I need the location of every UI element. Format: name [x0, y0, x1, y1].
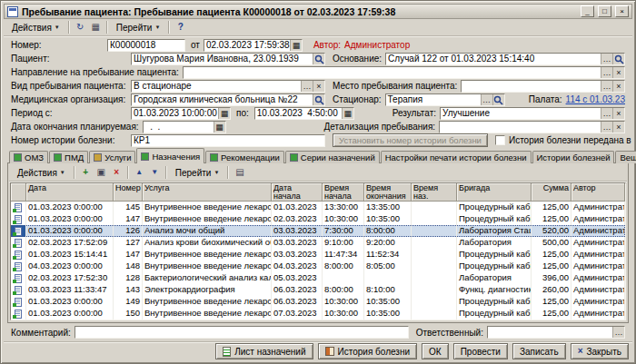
basis-select-button[interactable]: … [601, 54, 612, 64]
cell-sum: 125,00 [532, 296, 571, 308]
cell-author: Администратор [571, 237, 625, 249]
table-row[interactable]: 02.03.2023 17:52:30128Бактериологический… [11, 272, 625, 284]
table-row[interactable]: 01.03.2023 0:00:00126Анализ мочи общий03… [11, 225, 625, 237]
hospital-field[interactable]: Терапия … [385, 93, 505, 106]
table-row[interactable]: 01.03.2023 0:00:00149Внутривенное введен… [11, 296, 625, 308]
author-value: Администратор [344, 40, 410, 50]
cell-manual-time [412, 202, 457, 213]
post-button[interactable]: Провести [453, 343, 508, 359]
case-history-button[interactable]: История болезни [318, 343, 418, 359]
history-number-value: КР1 [132, 135, 324, 146]
actions-menu-button[interactable]: Действия ▼ [6, 20, 65, 34]
cell-end-time: 11:52:34 [364, 249, 412, 261]
organization-open-button[interactable] [313, 94, 324, 105]
maximize-button[interactable]: □ [598, 5, 611, 17]
patient-open-button[interactable] [313, 54, 324, 64]
period-from-field[interactable]: 01.03.2023 10:00:00 ▦ [131, 107, 231, 120]
prescription-list-button[interactable]: Лист назначений [215, 343, 313, 359]
row-marker-cell [11, 225, 26, 237]
cell-author: Администратор [571, 202, 625, 213]
result-clear-button[interactable]: × [612, 108, 624, 119]
patient-field[interactable]: Шугурова Мария Ивановна, 23.09.1939 [131, 53, 325, 65]
minimize-button[interactable]: _ [581, 5, 594, 17]
delete-row-button[interactable]: × [109, 165, 124, 180]
referral-clear-button[interactable]: × [612, 67, 624, 78]
table-row[interactable]: 02.03.2023 17:52:09127Анализ крови биохи… [11, 237, 625, 249]
save-button[interactable]: Записать [512, 343, 566, 359]
table-actions-menu-button[interactable]: Действия ▼ [12, 165, 71, 180]
tab-omz[interactable]: ОМЗ [9, 151, 48, 163]
tab-veshchi-pacientov[interactable]: Вещи пациентов [615, 151, 636, 163]
referral-select-button[interactable]: … [601, 67, 612, 78]
help-button[interactable]: ? [173, 20, 188, 34]
goto-menu-button[interactable]: Перейти ▼ [111, 20, 166, 34]
table-row[interactable]: 01.03.2023 0:00:00147Внутривенное введен… [11, 213, 625, 225]
end-date-field[interactable]: . . ▦ [143, 121, 226, 133]
stay-type-clear-button[interactable]: × [313, 81, 324, 92]
referral-field[interactable]: … × [183, 66, 625, 79]
table-row[interactable]: 01.03.2023 0:00:00145Внутривенное введен… [11, 202, 625, 213]
responsible-select-button[interactable]: … [612, 327, 624, 338]
table-row[interactable]: 04.03.2023 0:00:00148Внутривенное введен… [11, 261, 625, 272]
period-to-field[interactable]: 10.03.2023 4:50:00 ▦ [254, 107, 354, 120]
ward-link[interactable]: 114 с 01.03.23 [566, 94, 625, 104]
result-select-button[interactable]: … [601, 108, 612, 119]
move-up-button[interactable]: ▲ [132, 165, 147, 180]
document-date-value: 02.03.2023 17:59:38 [204, 40, 290, 51]
move-down-button[interactable]: ▼ [147, 165, 163, 180]
number-field[interactable]: К00000018 [107, 39, 185, 52]
table-row[interactable]: 01.03.2023 0:00:00150Внутривенное введен… [11, 308, 625, 320]
document-date-field[interactable]: 02.03.2023 17:59:38 ▦ [204, 39, 303, 52]
toolbar-separator [106, 21, 108, 34]
period-from-calendar-button[interactable]: ▦ [218, 108, 230, 119]
table-row[interactable]: 03.03.2023 11:33:47143Электрокардиографи… [11, 284, 625, 296]
toolbar-separator [74, 166, 75, 179]
table-row[interactable]: 01.03.2023 15:14:41147Внутривенное введе… [11, 249, 625, 261]
close-form-button[interactable]: × Закрыть [571, 343, 629, 359]
column-header-team: Бригада [457, 183, 532, 202]
stay-type-select-button[interactable]: … [301, 81, 313, 92]
tab-pmd[interactable]: ПМД [49, 151, 88, 163]
stay-type-field[interactable]: В стационаре … × [131, 80, 325, 93]
tab-rekomendacii[interactable]: Рекомендации [205, 151, 284, 163]
end-date-calendar-button[interactable]: ▦ [214, 122, 225, 133]
responsible-field[interactable]: … [487, 326, 625, 339]
stay-place-clear-button[interactable]: × [612, 81, 624, 92]
hospital-label: Стационар: [333, 94, 382, 104]
detail-field[interactable]: … × [439, 121, 625, 133]
stay-place-select-button[interactable]: … [601, 81, 612, 92]
structure-button[interactable]: ▦ [88, 20, 104, 34]
basis-open-button[interactable] [612, 54, 624, 64]
cell-start-time: 8:00:00 [323, 284, 364, 296]
close-button[interactable]: × [615, 5, 629, 17]
hospital-open-button[interactable] [492, 94, 504, 105]
period-to-label: по: [236, 108, 249, 118]
toolbar-separator [127, 166, 129, 179]
set-history-number-button[interactable]: Установить номер истории болезни [333, 133, 488, 147]
ok-button[interactable]: ОК [422, 343, 449, 359]
comment-field[interactable] [75, 326, 409, 339]
detail-select-button[interactable]: … [601, 122, 612, 133]
tab-istorii-bolezney[interactable]: Истории болезней [532, 151, 615, 163]
tab-uslugi[interactable]: Услуги [89, 151, 135, 163]
organization-field[interactable]: Городская клиническая больница №22 [131, 93, 325, 106]
date-calendar-button[interactable]: ▦ [290, 40, 302, 51]
reread-button[interactable]: ↻ [73, 20, 88, 34]
tab-naznacheniya[interactable]: Назначения [136, 148, 204, 163]
result-field[interactable]: Улучшение … × [440, 107, 625, 120]
history-number-field[interactable]: КР1 [131, 134, 325, 147]
hospital-select-button[interactable]: … [481, 94, 492, 105]
list-settings-button[interactable]: ▤ [232, 165, 247, 180]
column-header-start-time: Время начала [323, 183, 364, 202]
stay-place-field[interactable]: … × [461, 80, 625, 93]
archive-checkbox[interactable] [495, 135, 505, 145]
period-to-calendar-button[interactable]: ▦ [342, 108, 353, 119]
responsible-value [488, 327, 612, 338]
basis-field[interactable]: Случай 122 от 01.03.2023 15:14:40 … [385, 53, 625, 65]
detail-clear-button[interactable]: × [612, 122, 624, 133]
copy-row-button[interactable]: ▣ [94, 165, 109, 180]
tab-nastroyki-pechati[interactable]: Настройки печати истории болезни [381, 151, 532, 163]
tab-serii-naznacheniy[interactable]: Серии назначений [285, 151, 380, 163]
table-goto-menu-button[interactable]: Перейти ▼ [170, 165, 225, 180]
add-row-button[interactable]: + [78, 165, 94, 180]
